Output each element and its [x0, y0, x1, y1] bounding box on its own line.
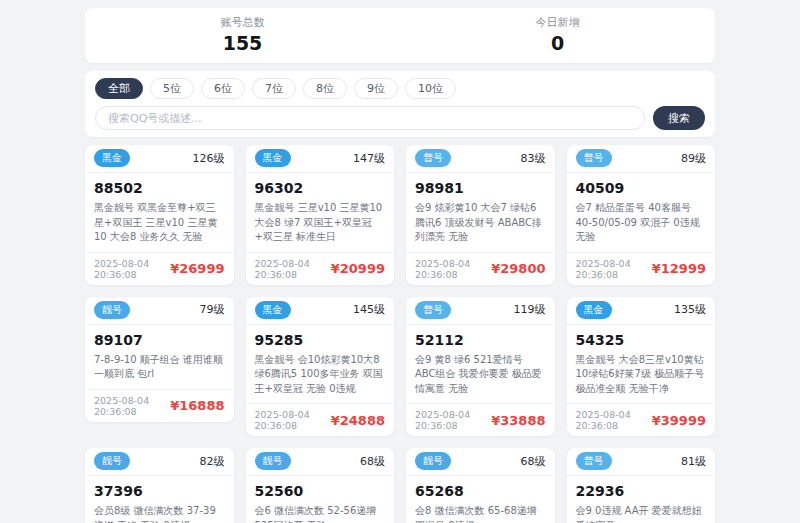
- account-number: 96302: [255, 180, 386, 197]
- account-number: 52560: [255, 483, 386, 500]
- stat-total-accounts: 账号总数 155: [85, 16, 400, 55]
- account-type-badge: 普号: [415, 149, 451, 167]
- account-number: 65268: [415, 483, 546, 500]
- account-number: 95285: [255, 332, 386, 349]
- account-card[interactable]: 靓号79级891077-8-9-10 顺子组合 谁用谁顺 一顺到底 包rl202…: [85, 297, 234, 422]
- tab-9-digit[interactable]: 9位: [354, 78, 398, 99]
- account-level: 68级: [521, 454, 546, 469]
- card-header: 普号119级: [406, 297, 555, 325]
- search-button[interactable]: 搜索: [653, 106, 705, 130]
- card-body: 95285黑金靓号 会10炫彩黄10大8绿6腾讯5 100多年业务 双国王+双皇…: [246, 325, 395, 404]
- account-description: 黑金靓号 双黑金至尊+双三星+双国王 三星v10 三星黄10 大会8 业务久久 …: [94, 201, 225, 245]
- account-card[interactable]: 普号81级22936会9 0违规 AA开 爱爱就想妞 爱情寓意2025-08-0…: [567, 448, 716, 523]
- price: ¥33888: [491, 413, 545, 428]
- price: ¥39999: [652, 413, 706, 428]
- card-footer: 2025-08-04 20:36:08¥24888: [246, 403, 395, 436]
- tab-all[interactable]: 全部: [95, 78, 143, 99]
- search-input[interactable]: [95, 106, 645, 130]
- account-number: 88502: [94, 180, 225, 197]
- card-footer: 2025-08-04 20:36:08¥33888: [406, 403, 555, 436]
- tab-10-digit[interactable]: 10位: [405, 78, 456, 99]
- account-card[interactable]: 靓号68级65268会8 微信满次数 65-68递增 圆润号 0违规2025-0…: [406, 448, 555, 523]
- card-grid: 黑金126级88502黑金靓号 双黑金至尊+双三星+双国王 三星v10 三星黄1…: [85, 145, 715, 523]
- account-card[interactable]: 普号119级52112会9 黄8 绿6 521爱情号 ABC组合 我爱你要爱 极…: [406, 297, 555, 437]
- account-description: 会6 微信满次数 52-56递增 525回旋开 无验: [255, 504, 386, 523]
- account-description: 黑金靓号 大会8三星v10黄钻10绿钻6好莱7级 极品顺子号 极品准全顺 无验干…: [576, 353, 707, 397]
- account-number: 54325: [576, 332, 707, 349]
- account-level: 89级: [681, 151, 706, 166]
- card-body: 37396会员8级 微信满次数 37-39递增 干净 无验 0违规: [85, 476, 234, 523]
- card-header: 靓号82级: [85, 448, 234, 476]
- card-footer: 2025-08-04 20:36:08¥26999: [85, 252, 234, 285]
- account-card[interactable]: 靓号82级37396会员8级 微信满次数 37-39递增 干净 无验 0违规20…: [85, 448, 234, 523]
- account-card[interactable]: 黑金145级95285黑金靓号 会10炫彩黄10大8绿6腾讯5 100多年业务 …: [246, 297, 395, 437]
- price: ¥24888: [331, 413, 385, 428]
- account-number: 22936: [576, 483, 707, 500]
- card-header: 黑金126级: [85, 145, 234, 173]
- tab-8-digit[interactable]: 8位: [303, 78, 347, 99]
- account-level: 82级: [200, 454, 225, 469]
- card-header: 靓号68级: [246, 448, 395, 476]
- account-level: 145级: [353, 302, 385, 317]
- card-header: 靓号79级: [85, 297, 234, 325]
- account-number: 89107: [94, 332, 225, 349]
- account-card[interactable]: 黑金147级96302黑金靓号 三星v10 三星黄10 大会8 绿7 双国王+双…: [246, 145, 395, 285]
- account-type-badge: 黑金: [576, 301, 612, 319]
- card-header: 普号89级: [567, 145, 716, 173]
- account-card[interactable]: 黑金126级88502黑金靓号 双黑金至尊+双三星+双国王 三星v10 三星黄1…: [85, 145, 234, 285]
- tab-5-digit[interactable]: 5位: [150, 78, 194, 99]
- price: ¥16888: [170, 398, 224, 413]
- listing-date: 2025-08-04 20:36:08: [255, 409, 331, 431]
- account-card[interactable]: 普号89级40509会7 精品蛋蛋号 40客服号 40-50/05-09 双混子…: [567, 145, 716, 285]
- account-type-badge: 靓号: [255, 452, 291, 470]
- account-level: 79级: [200, 302, 225, 317]
- stat-total-value: 155: [85, 32, 400, 55]
- account-card[interactable]: 黑金135级54325黑金靓号 大会8三星v10黄钻10绿钻6好莱7级 极品顺子…: [567, 297, 716, 437]
- stat-today-value: 0: [400, 32, 715, 55]
- account-type-badge: 靓号: [415, 452, 451, 470]
- listing-date: 2025-08-04 20:36:08: [415, 258, 491, 280]
- listing-date: 2025-08-04 20:36:08: [576, 409, 652, 431]
- filter-tabs: 全部5位6位7位8位9位10位: [95, 78, 705, 99]
- account-number: 37396: [94, 483, 225, 500]
- stat-today-label: 今日新增: [400, 16, 715, 29]
- card-header: 普号81级: [567, 448, 716, 476]
- account-type-badge: 黑金: [255, 149, 291, 167]
- card-body: 65268会8 微信满次数 65-68递增 圆润号 0违规: [406, 476, 555, 523]
- filter-search-panel: 全部5位6位7位8位9位10位 搜索: [85, 71, 715, 137]
- listing-date: 2025-08-04 20:36:08: [576, 258, 652, 280]
- card-footer: 2025-08-04 20:36:08¥12999: [567, 252, 716, 285]
- stats-panel: 账号总数 155 今日新增 0: [85, 8, 715, 63]
- account-type-badge: 靓号: [94, 452, 130, 470]
- account-description: 黑金靓号 三星v10 三星黄10 大会8 绿7 双国王+双皇冠+双三星 标准生日: [255, 201, 386, 245]
- account-level: 81级: [681, 454, 706, 469]
- account-description: 7-8-9-10 顺子组合 谁用谁顺 一顺到底 包rl: [94, 353, 225, 382]
- listing-date: 2025-08-04 20:36:08: [255, 258, 331, 280]
- account-level: 119级: [514, 302, 546, 317]
- account-description: 会9 炫彩黄10 大会7 绿钻6 腾讯6 顶级发财号 ABABC排列漂亮 无验: [415, 201, 546, 245]
- account-card[interactable]: 靓号68级52560会6 微信满次数 52-56递增 525回旋开 无验2025…: [246, 448, 395, 523]
- account-type-badge: 普号: [576, 452, 612, 470]
- account-type-badge: 靓号: [94, 301, 130, 319]
- account-type-badge: 黑金: [255, 301, 291, 319]
- card-header: 黑金145级: [246, 297, 395, 325]
- stat-new-today: 今日新增 0: [400, 16, 715, 55]
- account-level: 147级: [353, 151, 385, 166]
- account-description: 会8 微信满次数 65-68递增 圆润号 0违规: [415, 504, 546, 523]
- card-header: 普号83级: [406, 145, 555, 173]
- tab-7-digit[interactable]: 7位: [252, 78, 296, 99]
- listing-date: 2025-08-04 20:36:08: [94, 395, 170, 417]
- card-body: 88502黑金靓号 双黑金至尊+双三星+双国王 三星v10 三星黄10 大会8 …: [85, 173, 234, 252]
- tab-6-digit[interactable]: 6位: [201, 78, 245, 99]
- account-description: 会7 精品蛋蛋号 40客服号 40-50/05-09 双混子 0违规 无验: [576, 201, 707, 245]
- account-description: 黑金靓号 会10炫彩黄10大8绿6腾讯5 100多年业务 双国王+双皇冠 无验 …: [255, 353, 386, 397]
- account-level: 83级: [521, 151, 546, 166]
- price: ¥29800: [491, 261, 545, 276]
- listing-date: 2025-08-04 20:36:08: [415, 409, 491, 431]
- account-card[interactable]: 普号83级98981会9 炫彩黄10 大会7 绿钻6 腾讯6 顶级发财号 ABA…: [406, 145, 555, 285]
- card-header: 靓号68级: [406, 448, 555, 476]
- card-body: 52560会6 微信满次数 52-56递增 525回旋开 无验: [246, 476, 395, 523]
- card-footer: 2025-08-04 20:36:08¥16888: [85, 389, 234, 422]
- account-description: 会9 0违规 AA开 爱爱就想妞 爱情寓意: [576, 504, 707, 523]
- account-number: 40509: [576, 180, 707, 197]
